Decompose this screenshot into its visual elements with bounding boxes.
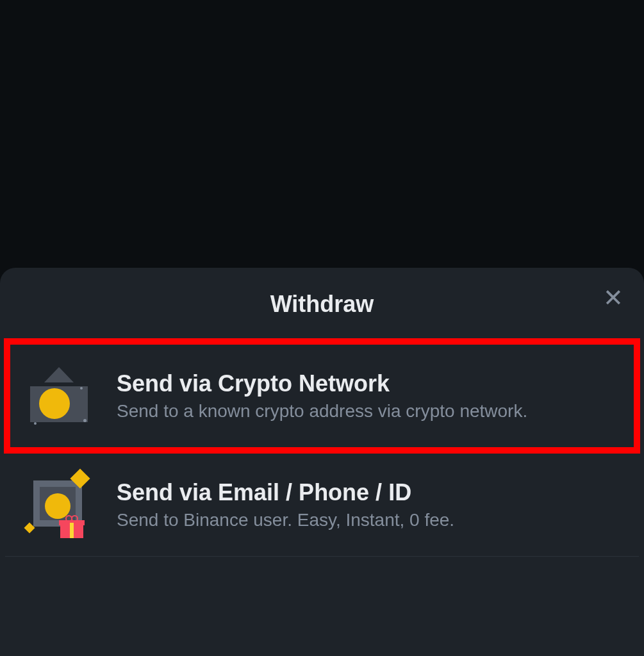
option-text: Send via Crypto Network Send to a known … — [117, 370, 621, 422]
option-title: Send via Email / Phone / ID — [117, 479, 621, 506]
option-text: Send via Email / Phone / ID Send to Bina… — [117, 479, 621, 530]
withdraw-options-list: Send via Crypto Network Send to a known … — [0, 338, 644, 557]
close-button[interactable]: ✕ — [603, 286, 623, 310]
option-title: Send via Crypto Network — [117, 370, 621, 397]
close-icon: ✕ — [603, 284, 623, 311]
sheet-title: Withdraw — [0, 291, 644, 318]
sheet-header: Withdraw ✕ — [0, 283, 644, 338]
option-send-via-crypto-network[interactable]: Send via Crypto Network Send to a known … — [4, 338, 640, 454]
option-description: Send to Binance user. Easy, Instant, 0 f… — [117, 510, 621, 530]
crypto-network-icon — [27, 364, 91, 428]
withdraw-sheet: Withdraw ✕ Send via Crypto Network Send … — [0, 268, 644, 656]
internal-transfer-icon — [27, 473, 91, 537]
option-description: Send to a known crypto address via crypt… — [117, 401, 621, 422]
option-send-via-email-phone-id[interactable]: Send via Email / Phone / ID Send to Bina… — [5, 454, 639, 557]
